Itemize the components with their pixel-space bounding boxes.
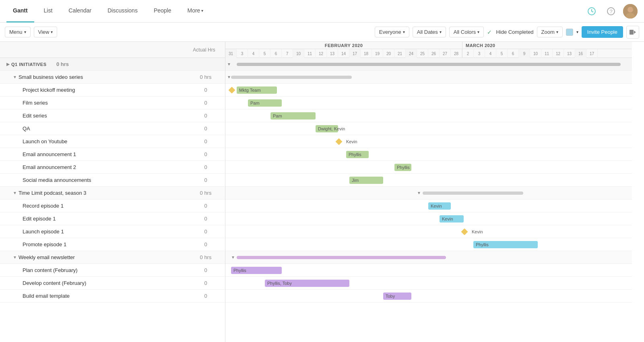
task-list-panel: Actual Hrs ▶ Q1 INITIATIVES 0 hrs ▼ Smal… bbox=[0, 42, 225, 342]
task-row[interactable]: Project kickoff meeting 0 bbox=[0, 84, 225, 97]
caret-icon: ▼ bbox=[13, 75, 17, 79]
bar-qa: Dwight, Kevin bbox=[316, 125, 338, 132]
hide-completed-toggle[interactable]: ✓ Hide Completed bbox=[487, 29, 533, 35]
gantt-row-tlps3: ▼ bbox=[225, 187, 632, 200]
gantt-row-re1: Kevin bbox=[225, 200, 632, 212]
task-row[interactable]: ▶ Q1 INITIATIVES 0 hrs bbox=[0, 58, 225, 71]
gantt-panel[interactable]: FEBRUARY 2020 31 3 4 5 6 7 10 11 12 13 1… bbox=[225, 42, 644, 342]
gantt-row-pcf: Phyllis bbox=[225, 264, 632, 277]
gantt-row-fs: Pam bbox=[225, 97, 632, 109]
tab-people[interactable]: People bbox=[147, 0, 178, 23]
everyone-filter[interactable]: Everyone ▾ bbox=[375, 27, 409, 37]
help-icon[interactable]: ? bbox=[604, 4, 618, 19]
bar-sma: Jim bbox=[349, 177, 383, 184]
gantt-row-le1: Kevin bbox=[225, 225, 632, 238]
march-label: MARCH 2020 bbox=[462, 42, 632, 49]
march-days: 2 3 4 5 6 9 10 11 12 13 16 17 bbox=[462, 49, 632, 58]
task-row[interactable]: Email announcement 1 0 bbox=[0, 148, 225, 161]
chevron-down-icon: ▾ bbox=[556, 30, 558, 34]
chevron-down-icon: ▾ bbox=[477, 30, 479, 34]
invite-people-button[interactable]: Invite People bbox=[582, 26, 623, 38]
bar-fs: Pam bbox=[248, 99, 282, 107]
video-icon[interactable] bbox=[626, 26, 639, 39]
date-header: FEBRUARY 2020 31 3 4 5 6 7 10 11 12 13 1… bbox=[225, 42, 632, 58]
chevron-down-icon: ▾ bbox=[403, 30, 405, 34]
svg-text:?: ? bbox=[609, 8, 612, 14]
color-swatch[interactable] bbox=[566, 29, 573, 36]
caret-down-icon: ▼ bbox=[225, 62, 233, 66]
bar-bet: Toby bbox=[383, 293, 411, 300]
zoom-button[interactable]: Zoom ▾ bbox=[537, 27, 563, 37]
gantt-row-bet: Toby bbox=[225, 290, 632, 303]
caret-down-icon: ▼ bbox=[225, 75, 233, 79]
chevron-down-icon: ▾ bbox=[51, 30, 53, 34]
user-avatar[interactable] bbox=[623, 4, 638, 19]
chevron-down-icon: ▾ bbox=[201, 8, 203, 13]
gantt-rows: ▼ ▼ Mktg Team bbox=[225, 58, 632, 303]
caret-icon: ▼ bbox=[13, 191, 17, 195]
task-row[interactable]: Email announcement 2 0 bbox=[0, 161, 225, 174]
gantt-row-ea1: Phyllis bbox=[225, 148, 632, 161]
gantt-row-es: Pam bbox=[225, 109, 632, 122]
task-row[interactable]: Edit series 0 bbox=[0, 109, 225, 122]
task-row[interactable]: Launch on Youtube 0 bbox=[0, 135, 225, 148]
gantt-row-ea2: Phyllis bbox=[225, 161, 632, 174]
view-button[interactable]: View ▾ bbox=[34, 27, 58, 37]
all-colors-filter[interactable]: All Colors ▾ bbox=[449, 27, 484, 37]
gantt-row-qa: Dwight, Kevin bbox=[225, 122, 632, 135]
task-row[interactable]: Promote episode 1 0 bbox=[0, 238, 225, 251]
task-row[interactable]: ▼ Time Limit podcast, season 3 0 hrs bbox=[0, 187, 225, 200]
task-row[interactable]: Social media announcements 0 bbox=[0, 174, 225, 187]
bar-pkm: Mktg Team bbox=[237, 87, 277, 94]
task-row[interactable]: Build email template 0 bbox=[0, 290, 225, 303]
caret-down-icon: ▼ bbox=[231, 255, 235, 260]
gantt-row-pkm: Mktg Team bbox=[225, 84, 632, 97]
svg-point-4 bbox=[627, 7, 633, 12]
clock-icon[interactable] bbox=[584, 4, 599, 19]
tab-list[interactable]: List bbox=[37, 0, 59, 23]
menu-button[interactable]: Menu ▾ bbox=[5, 27, 31, 37]
top-navigation: Gantt List Calendar Discussions People M… bbox=[0, 0, 644, 23]
gantt-row-loy: Kevin bbox=[225, 135, 632, 148]
caret-down-icon: ▼ bbox=[417, 191, 421, 195]
gantt-row-q1: ▼ bbox=[225, 58, 632, 71]
task-row[interactable]: Edit episode 1 0 bbox=[0, 212, 225, 225]
tab-more[interactable]: More ▾ bbox=[181, 0, 210, 23]
task-row[interactable]: QA 0 bbox=[0, 122, 225, 135]
tab-calendar[interactable]: Calendar bbox=[62, 0, 98, 23]
bar-es: Pam bbox=[270, 112, 316, 119]
task-row[interactable]: Film series 0 bbox=[0, 97, 225, 109]
task-row[interactable]: ▼ Weekly email newsletter 0 hrs bbox=[0, 251, 225, 264]
chevron-down-icon[interactable]: ▾ bbox=[576, 30, 578, 34]
all-dates-filter[interactable]: All Dates ▾ bbox=[413, 27, 446, 37]
gantt-row-sma: Jim bbox=[225, 174, 632, 187]
gantt-row-dcf: Phyllis, Toby bbox=[225, 277, 632, 290]
task-row[interactable]: Develop content (February) 0 bbox=[0, 277, 225, 290]
bar-ee1: Kevin bbox=[440, 215, 464, 223]
svg-rect-6 bbox=[630, 30, 634, 35]
february-label: FEBRUARY 2020 bbox=[225, 42, 462, 49]
caret-icon: ▶ bbox=[6, 62, 10, 66]
gantt-row-ee1: Kevin bbox=[225, 212, 632, 225]
main-content: Actual Hrs ▶ Q1 INITIATIVES 0 hrs ▼ Smal… bbox=[0, 42, 644, 342]
toolbar: Menu ▾ View ▾ Everyone ▾ All Dates ▾ All… bbox=[0, 23, 644, 42]
svg-marker-7 bbox=[634, 31, 636, 34]
task-row[interactable]: Launch episode 1 0 bbox=[0, 225, 225, 238]
task-row[interactable]: Plan content (February) 0 bbox=[0, 264, 225, 277]
tab-gantt[interactable]: Gantt bbox=[6, 0, 34, 23]
task-list-header: Actual Hrs bbox=[0, 42, 225, 58]
task-row[interactable]: Record episode 1 0 bbox=[0, 200, 225, 212]
bar-ea1: Phyllis bbox=[346, 151, 369, 158]
bar-dcf: Phyllis, Toby bbox=[265, 280, 349, 287]
february-days: 31 3 4 5 6 7 10 11 12 13 14 17 18 19 bbox=[225, 49, 462, 58]
bar-re1: Kevin bbox=[428, 202, 451, 210]
task-row[interactable]: ▼ Small business video series 0 hrs bbox=[0, 71, 225, 84]
tab-discussions[interactable]: Discussions bbox=[101, 0, 144, 23]
gantt-row-wen: ▼ bbox=[225, 251, 632, 264]
gantt-row-pe1: Phyllis bbox=[225, 238, 632, 251]
gantt-row-sbvs: ▼ bbox=[225, 71, 632, 84]
bar-ea2: Phyllis bbox=[394, 164, 411, 171]
bar-pe1: Phyllis bbox=[473, 241, 538, 248]
bar-pcf: Phyllis bbox=[231, 267, 282, 274]
chevron-down-icon: ▾ bbox=[440, 30, 442, 34]
